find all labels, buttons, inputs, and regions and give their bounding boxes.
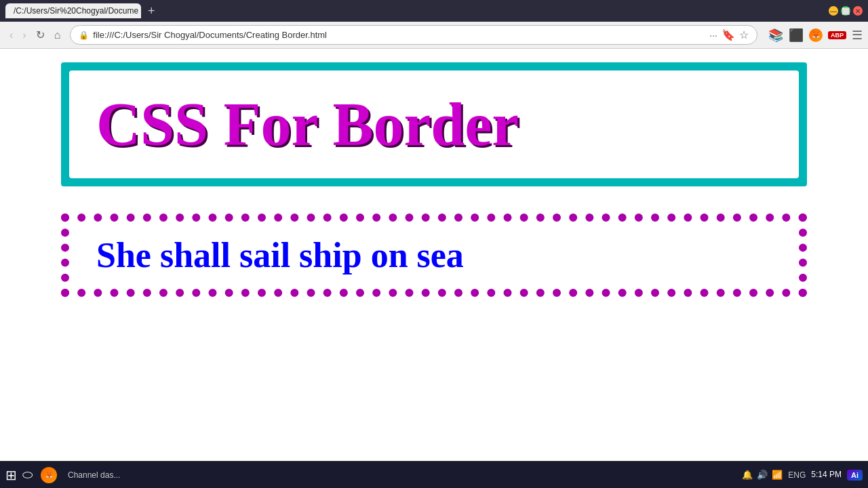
titlebar: /C:/Users/Sir%20Chogyal/Docume ✕ + — ⬜ ✕	[0, 0, 868, 22]
teal-border-box: CSS For Border	[61, 62, 807, 186]
taskbar-system-icons: 🔔 🔊 📶	[742, 470, 783, 480]
page-content: CSS For Border She shall sail ship on se…	[0, 49, 868, 461]
back-button[interactable]: ‹	[5, 27, 17, 43]
time: 5:14 PM	[811, 470, 842, 481]
taskbar-apps: 🦊	[38, 464, 60, 486]
library-icon[interactable]: 📚	[768, 28, 783, 43]
inner-white-box: CSS For Border	[69, 70, 799, 178]
window-controls: — ⬜ ✕	[829, 6, 863, 16]
menu-icon[interactable]: ☰	[852, 28, 863, 43]
forward-button[interactable]: ›	[18, 27, 30, 43]
taskbar-search-button[interactable]: ⬭	[22, 468, 33, 482]
address-bar-container[interactable]: 🔒 ··· 🔖 ☆	[70, 25, 757, 45]
volume-icon[interactable]: 🔊	[757, 470, 768, 480]
ai-button[interactable]: Ai	[847, 470, 863, 481]
home-button[interactable]: ⌂	[50, 27, 65, 43]
bookmark-icon[interactable]: ☆	[739, 28, 749, 41]
new-tab-button[interactable]: +	[144, 3, 159, 20]
taskbar: ⊞ ⬭ 🦊 Channel das... 🔔 🔊 📶 ENG 5:14 PM A…	[0, 461, 868, 488]
more-options-icon[interactable]: ···	[709, 30, 717, 41]
firefox-logo[interactable]: 🦊	[809, 28, 823, 42]
firefox-channel-icon: 🦊	[41, 467, 57, 483]
nav-icons: 📚 ⬛ 🦊 ABP ☰	[768, 28, 863, 43]
notification-icon[interactable]: 🔔	[742, 470, 753, 480]
nav-arrows: ‹ › ↻ ⌂	[5, 27, 64, 43]
taskbar-right: 🔔 🔊 📶 ENG 5:14 PM Ai	[742, 470, 863, 481]
refresh-button[interactable]: ↻	[32, 27, 49, 43]
maximize-button[interactable]: ⬜	[841, 6, 850, 16]
adblock-badge[interactable]: ABP	[828, 31, 846, 39]
language-indicator: ENG	[788, 470, 806, 480]
active-tab[interactable]: /C:/Users/Sir%20Chogyal/Docume ✕	[5, 3, 141, 18]
taskbar-app-firefox[interactable]: 🦊	[38, 464, 60, 486]
network-icon[interactable]: 📶	[772, 470, 783, 480]
close-button[interactable]: ✕	[853, 6, 863, 16]
start-button[interactable]: ⊞	[5, 467, 17, 483]
paragraph-text: She shall sail ship on sea	[96, 235, 772, 275]
tab-bar: /C:/Users/Sir%20Chogyal/Docume ✕ +	[5, 3, 159, 20]
address-input[interactable]	[93, 30, 705, 40]
minimize-button[interactable]: —	[829, 6, 838, 16]
main-heading: CSS For Border	[96, 91, 772, 158]
clock: 5:14 PM	[811, 470, 842, 481]
pocket-icon[interactable]: 🔖	[722, 28, 735, 41]
lock-icon: 🔒	[79, 30, 89, 40]
taskbar-app-label: Channel das...	[68, 470, 120, 480]
containers-icon[interactable]: ⬛	[789, 28, 804, 43]
dotted-border-section: She shall sail ship on sea	[61, 214, 807, 297]
navigation-bar: ‹ › ↻ ⌂ 🔒 ··· 🔖 ☆ 📚 ⬛ 🦊 ABP ☰	[0, 22, 868, 49]
tab-title: /C:/Users/Sir%20Chogyal/Docume	[14, 6, 138, 16]
